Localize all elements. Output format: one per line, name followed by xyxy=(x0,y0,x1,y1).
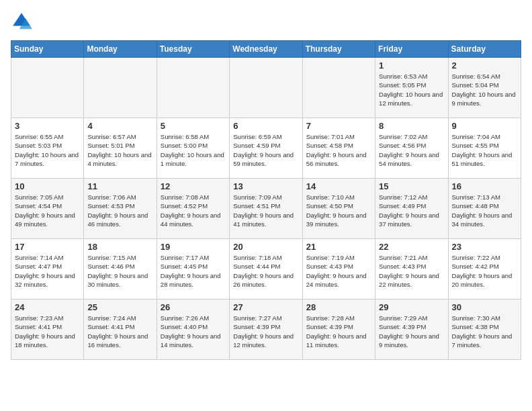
calendar-cell: 19Sunrise: 7:17 AM Sunset: 4:45 PM Dayli… xyxy=(157,239,229,300)
calendar-cell: 21Sunrise: 7:19 AM Sunset: 4:43 PM Dayli… xyxy=(302,239,375,300)
day-number: 23 xyxy=(452,242,517,252)
calendar-body: 1Sunrise: 6:53 AM Sunset: 5:05 PM Daylig… xyxy=(11,58,521,360)
calendar-cell: 6Sunrise: 6:59 AM Sunset: 4:59 PM Daylig… xyxy=(230,118,302,179)
calendar-cell: 10Sunrise: 7:05 AM Sunset: 4:54 PM Dayli… xyxy=(11,179,84,239)
day-info: Sunrise: 7:15 AM Sunset: 4:46 PM Dayligh… xyxy=(87,253,152,289)
day-number: 28 xyxy=(306,302,371,312)
calendar-cell: 8Sunrise: 7:02 AM Sunset: 4:56 PM Daylig… xyxy=(375,118,448,179)
day-number: 7 xyxy=(306,121,371,131)
day-number: 24 xyxy=(15,302,80,312)
calendar-week-row: 1Sunrise: 6:53 AM Sunset: 5:05 PM Daylig… xyxy=(11,58,521,118)
calendar-cell: 18Sunrise: 7:15 AM Sunset: 4:46 PM Dayli… xyxy=(84,239,157,300)
calendar-cell: 5Sunrise: 6:58 AM Sunset: 5:00 PM Daylig… xyxy=(157,118,229,179)
day-info: Sunrise: 7:19 AM Sunset: 4:43 PM Dayligh… xyxy=(306,253,371,289)
day-info: Sunrise: 6:55 AM Sunset: 5:03 PM Dayligh… xyxy=(15,132,80,168)
day-number: 6 xyxy=(233,121,298,131)
calendar-cell xyxy=(230,58,302,118)
calendar-cell: 14Sunrise: 7:10 AM Sunset: 4:50 PM Dayli… xyxy=(302,179,375,239)
day-number: 27 xyxy=(233,302,298,312)
day-number: 21 xyxy=(306,242,371,252)
day-info: Sunrise: 7:01 AM Sunset: 4:58 PM Dayligh… xyxy=(306,132,371,168)
day-info: Sunrise: 7:18 AM Sunset: 4:44 PM Dayligh… xyxy=(233,253,298,289)
day-info: Sunrise: 7:09 AM Sunset: 4:51 PM Dayligh… xyxy=(233,193,298,228)
calendar-cell xyxy=(157,58,229,118)
day-info: Sunrise: 7:26 AM Sunset: 4:40 PM Dayligh… xyxy=(161,314,226,349)
day-number: 14 xyxy=(306,181,371,191)
logo-icon xyxy=(11,11,32,32)
calendar-cell: 1Sunrise: 6:53 AM Sunset: 5:05 PM Daylig… xyxy=(375,58,448,118)
calendar-cell xyxy=(11,58,84,118)
day-info: Sunrise: 7:24 AM Sunset: 4:41 PM Dayligh… xyxy=(87,314,152,349)
calendar-cell: 15Sunrise: 7:12 AM Sunset: 4:49 PM Dayli… xyxy=(375,179,448,239)
weekday-header-monday: Monday xyxy=(84,41,157,58)
day-number: 1 xyxy=(379,60,444,71)
calendar-cell: 28Sunrise: 7:28 AM Sunset: 4:39 PM Dayli… xyxy=(302,300,375,360)
day-info: Sunrise: 7:04 AM Sunset: 4:55 PM Dayligh… xyxy=(452,132,517,168)
day-info: Sunrise: 7:12 AM Sunset: 4:49 PM Dayligh… xyxy=(379,193,444,228)
day-number: 26 xyxy=(161,302,226,312)
day-info: Sunrise: 7:17 AM Sunset: 4:45 PM Dayligh… xyxy=(161,253,226,289)
day-info: Sunrise: 7:30 AM Sunset: 4:38 PM Dayligh… xyxy=(452,314,517,349)
day-info: Sunrise: 7:10 AM Sunset: 4:50 PM Dayligh… xyxy=(306,193,371,228)
day-info: Sunrise: 6:59 AM Sunset: 4:59 PM Dayligh… xyxy=(233,132,298,168)
day-info: Sunrise: 7:27 AM Sunset: 4:39 PM Dayligh… xyxy=(233,314,298,349)
weekday-header-wednesday: Wednesday xyxy=(230,41,302,58)
calendar-cell: 23Sunrise: 7:22 AM Sunset: 4:42 PM Dayli… xyxy=(448,239,521,300)
calendar-week-row: 10Sunrise: 7:05 AM Sunset: 4:54 PM Dayli… xyxy=(11,179,521,239)
day-number: 10 xyxy=(15,181,80,191)
calendar-cell: 2Sunrise: 6:54 AM Sunset: 5:04 PM Daylig… xyxy=(448,58,521,118)
day-info: Sunrise: 6:57 AM Sunset: 5:01 PM Dayligh… xyxy=(87,132,152,168)
day-info: Sunrise: 7:23 AM Sunset: 4:41 PM Dayligh… xyxy=(15,314,80,349)
page-header xyxy=(11,11,521,32)
day-number: 2 xyxy=(452,60,517,71)
day-number: 30 xyxy=(452,302,517,312)
calendar-table: SundayMondayTuesdayWednesdayThursdayFrid… xyxy=(11,40,521,360)
day-number: 9 xyxy=(452,121,517,131)
day-number: 25 xyxy=(87,302,152,312)
calendar-cell: 13Sunrise: 7:09 AM Sunset: 4:51 PM Dayli… xyxy=(230,179,302,239)
logo xyxy=(11,11,35,32)
calendar-header: SundayMondayTuesdayWednesdayThursdayFrid… xyxy=(11,41,521,58)
day-info: Sunrise: 7:21 AM Sunset: 4:43 PM Dayligh… xyxy=(379,253,444,289)
weekday-header-tuesday: Tuesday xyxy=(157,41,229,58)
calendar-cell: 17Sunrise: 7:14 AM Sunset: 4:47 PM Dayli… xyxy=(11,239,84,300)
weekday-header-saturday: Saturday xyxy=(448,41,521,58)
weekday-row: SundayMondayTuesdayWednesdayThursdayFrid… xyxy=(11,41,521,58)
day-number: 8 xyxy=(379,121,444,131)
calendar-cell: 20Sunrise: 7:18 AM Sunset: 4:44 PM Dayli… xyxy=(230,239,302,300)
day-number: 20 xyxy=(233,242,298,252)
day-info: Sunrise: 6:53 AM Sunset: 5:05 PM Dayligh… xyxy=(379,72,444,107)
day-number: 12 xyxy=(161,181,226,191)
calendar-cell: 26Sunrise: 7:26 AM Sunset: 4:40 PM Dayli… xyxy=(157,300,229,360)
calendar-cell xyxy=(84,58,157,118)
day-number: 17 xyxy=(15,242,80,252)
day-number: 19 xyxy=(161,242,226,252)
weekday-header-friday: Friday xyxy=(375,41,448,58)
calendar-cell: 3Sunrise: 6:55 AM Sunset: 5:03 PM Daylig… xyxy=(11,118,84,179)
day-info: Sunrise: 6:54 AM Sunset: 5:04 PM Dayligh… xyxy=(452,72,517,107)
calendar-cell: 16Sunrise: 7:13 AM Sunset: 4:48 PM Dayli… xyxy=(448,179,521,239)
calendar-cell: 24Sunrise: 7:23 AM Sunset: 4:41 PM Dayli… xyxy=(11,300,84,360)
calendar-cell: 29Sunrise: 7:29 AM Sunset: 4:39 PM Dayli… xyxy=(375,300,448,360)
calendar-cell: 9Sunrise: 7:04 AM Sunset: 4:55 PM Daylig… xyxy=(448,118,521,179)
calendar-week-row: 24Sunrise: 7:23 AM Sunset: 4:41 PM Dayli… xyxy=(11,300,521,360)
calendar-week-row: 3Sunrise: 6:55 AM Sunset: 5:03 PM Daylig… xyxy=(11,118,521,179)
day-info: Sunrise: 7:14 AM Sunset: 4:47 PM Dayligh… xyxy=(15,253,80,289)
calendar-cell: 30Sunrise: 7:30 AM Sunset: 4:38 PM Dayli… xyxy=(448,300,521,360)
day-info: Sunrise: 6:58 AM Sunset: 5:00 PM Dayligh… xyxy=(161,132,226,168)
day-number: 11 xyxy=(87,181,152,191)
day-number: 29 xyxy=(379,302,444,312)
day-info: Sunrise: 7:22 AM Sunset: 4:42 PM Dayligh… xyxy=(452,253,517,289)
day-number: 15 xyxy=(379,181,444,191)
day-number: 16 xyxy=(452,181,517,191)
day-info: Sunrise: 7:28 AM Sunset: 4:39 PM Dayligh… xyxy=(306,314,371,349)
weekday-header-sunday: Sunday xyxy=(11,41,84,58)
calendar-cell: 4Sunrise: 6:57 AM Sunset: 5:01 PM Daylig… xyxy=(84,118,157,179)
day-info: Sunrise: 7:08 AM Sunset: 4:52 PM Dayligh… xyxy=(161,193,226,228)
day-info: Sunrise: 7:13 AM Sunset: 4:48 PM Dayligh… xyxy=(452,193,517,228)
calendar-cell: 27Sunrise: 7:27 AM Sunset: 4:39 PM Dayli… xyxy=(230,300,302,360)
day-number: 22 xyxy=(379,242,444,252)
calendar-cell: 7Sunrise: 7:01 AM Sunset: 4:58 PM Daylig… xyxy=(302,118,375,179)
day-number: 18 xyxy=(87,242,152,252)
day-number: 4 xyxy=(87,121,152,131)
